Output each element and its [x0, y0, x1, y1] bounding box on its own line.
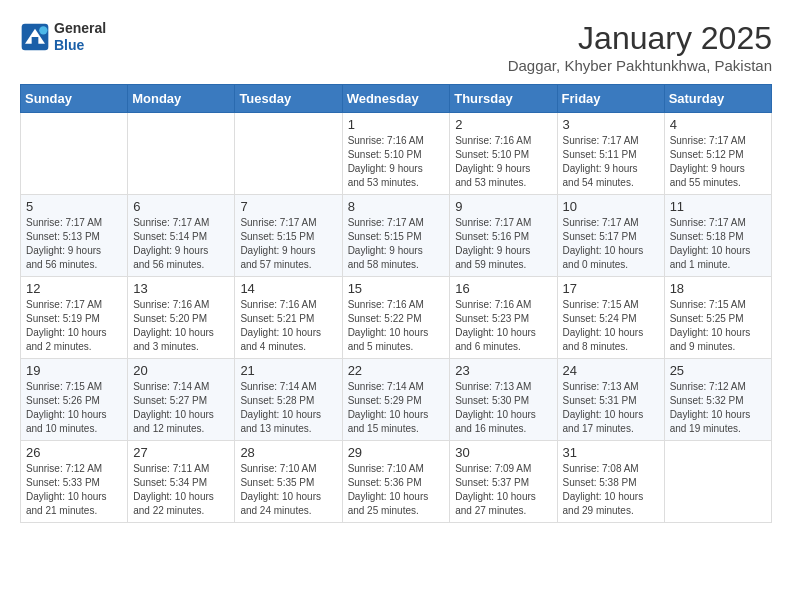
day-number: 10: [563, 199, 659, 214]
day-info: Sunrise: 7:08 AM Sunset: 5:38 PM Dayligh…: [563, 462, 659, 518]
day-info: Sunrise: 7:16 AM Sunset: 5:10 PM Dayligh…: [348, 134, 445, 190]
day-number: 19: [26, 363, 122, 378]
calendar-cell: 18Sunrise: 7:15 AM Sunset: 5:25 PM Dayli…: [664, 277, 771, 359]
title-block: January 2025 Daggar, Khyber Pakhtunkhwa,…: [508, 20, 772, 74]
logo-icon: [20, 22, 50, 52]
day-number: 8: [348, 199, 445, 214]
calendar-header-row: SundayMondayTuesdayWednesdayThursdayFrid…: [21, 85, 772, 113]
day-number: 22: [348, 363, 445, 378]
day-info: Sunrise: 7:17 AM Sunset: 5:19 PM Dayligh…: [26, 298, 122, 354]
day-number: 2: [455, 117, 551, 132]
day-number: 12: [26, 281, 122, 296]
logo-blue-text: Blue: [54, 37, 106, 54]
weekday-header-thursday: Thursday: [450, 85, 557, 113]
calendar-cell: 1Sunrise: 7:16 AM Sunset: 5:10 PM Daylig…: [342, 113, 450, 195]
calendar-cell: 22Sunrise: 7:14 AM Sunset: 5:29 PM Dayli…: [342, 359, 450, 441]
day-number: 29: [348, 445, 445, 460]
calendar-cell: 20Sunrise: 7:14 AM Sunset: 5:27 PM Dayli…: [128, 359, 235, 441]
page-header: General Blue January 2025 Daggar, Khyber…: [20, 20, 772, 74]
day-info: Sunrise: 7:12 AM Sunset: 5:33 PM Dayligh…: [26, 462, 122, 518]
day-info: Sunrise: 7:17 AM Sunset: 5:13 PM Dayligh…: [26, 216, 122, 272]
day-number: 17: [563, 281, 659, 296]
day-info: Sunrise: 7:09 AM Sunset: 5:37 PM Dayligh…: [455, 462, 551, 518]
calendar-cell: 4Sunrise: 7:17 AM Sunset: 5:12 PM Daylig…: [664, 113, 771, 195]
calendar-cell: [128, 113, 235, 195]
day-info: Sunrise: 7:14 AM Sunset: 5:29 PM Dayligh…: [348, 380, 445, 436]
calendar-week-5: 26Sunrise: 7:12 AM Sunset: 5:33 PM Dayli…: [21, 441, 772, 523]
day-number: 11: [670, 199, 766, 214]
calendar-cell: 19Sunrise: 7:15 AM Sunset: 5:26 PM Dayli…: [21, 359, 128, 441]
day-number: 13: [133, 281, 229, 296]
day-number: 14: [240, 281, 336, 296]
day-info: Sunrise: 7:16 AM Sunset: 5:23 PM Dayligh…: [455, 298, 551, 354]
day-info: Sunrise: 7:16 AM Sunset: 5:20 PM Dayligh…: [133, 298, 229, 354]
day-info: Sunrise: 7:12 AM Sunset: 5:32 PM Dayligh…: [670, 380, 766, 436]
calendar-cell: 25Sunrise: 7:12 AM Sunset: 5:32 PM Dayli…: [664, 359, 771, 441]
day-number: 24: [563, 363, 659, 378]
calendar-week-1: 1Sunrise: 7:16 AM Sunset: 5:10 PM Daylig…: [21, 113, 772, 195]
calendar-table: SundayMondayTuesdayWednesdayThursdayFrid…: [20, 84, 772, 523]
page-subtitle: Daggar, Khyber Pakhtunkhwa, Pakistan: [508, 57, 772, 74]
calendar-cell: 30Sunrise: 7:09 AM Sunset: 5:37 PM Dayli…: [450, 441, 557, 523]
day-info: Sunrise: 7:10 AM Sunset: 5:35 PM Dayligh…: [240, 462, 336, 518]
calendar-cell: 5Sunrise: 7:17 AM Sunset: 5:13 PM Daylig…: [21, 195, 128, 277]
calendar-cell: 21Sunrise: 7:14 AM Sunset: 5:28 PM Dayli…: [235, 359, 342, 441]
day-number: 27: [133, 445, 229, 460]
day-info: Sunrise: 7:15 AM Sunset: 5:25 PM Dayligh…: [670, 298, 766, 354]
calendar-cell: 8Sunrise: 7:17 AM Sunset: 5:15 PM Daylig…: [342, 195, 450, 277]
weekday-header-wednesday: Wednesday: [342, 85, 450, 113]
calendar-cell: 29Sunrise: 7:10 AM Sunset: 5:36 PM Dayli…: [342, 441, 450, 523]
day-number: 28: [240, 445, 336, 460]
calendar-cell: 9Sunrise: 7:17 AM Sunset: 5:16 PM Daylig…: [450, 195, 557, 277]
weekday-header-tuesday: Tuesday: [235, 85, 342, 113]
day-number: 30: [455, 445, 551, 460]
page-title: January 2025: [508, 20, 772, 57]
day-number: 15: [348, 281, 445, 296]
calendar-cell: 28Sunrise: 7:10 AM Sunset: 5:35 PM Dayli…: [235, 441, 342, 523]
day-number: 5: [26, 199, 122, 214]
day-info: Sunrise: 7:17 AM Sunset: 5:18 PM Dayligh…: [670, 216, 766, 272]
calendar-week-4: 19Sunrise: 7:15 AM Sunset: 5:26 PM Dayli…: [21, 359, 772, 441]
day-info: Sunrise: 7:16 AM Sunset: 5:22 PM Dayligh…: [348, 298, 445, 354]
calendar-cell: 14Sunrise: 7:16 AM Sunset: 5:21 PM Dayli…: [235, 277, 342, 359]
day-info: Sunrise: 7:17 AM Sunset: 5:17 PM Dayligh…: [563, 216, 659, 272]
calendar-cell: 7Sunrise: 7:17 AM Sunset: 5:15 PM Daylig…: [235, 195, 342, 277]
day-info: Sunrise: 7:17 AM Sunset: 5:14 PM Dayligh…: [133, 216, 229, 272]
day-number: 18: [670, 281, 766, 296]
day-number: 31: [563, 445, 659, 460]
svg-rect-2: [32, 37, 39, 45]
day-number: 16: [455, 281, 551, 296]
day-info: Sunrise: 7:16 AM Sunset: 5:10 PM Dayligh…: [455, 134, 551, 190]
day-info: Sunrise: 7:15 AM Sunset: 5:24 PM Dayligh…: [563, 298, 659, 354]
day-info: Sunrise: 7:17 AM Sunset: 5:15 PM Dayligh…: [348, 216, 445, 272]
day-info: Sunrise: 7:17 AM Sunset: 5:16 PM Dayligh…: [455, 216, 551, 272]
calendar-cell: 17Sunrise: 7:15 AM Sunset: 5:24 PM Dayli…: [557, 277, 664, 359]
weekday-header-sunday: Sunday: [21, 85, 128, 113]
day-number: 26: [26, 445, 122, 460]
day-info: Sunrise: 7:11 AM Sunset: 5:34 PM Dayligh…: [133, 462, 229, 518]
calendar-cell: 10Sunrise: 7:17 AM Sunset: 5:17 PM Dayli…: [557, 195, 664, 277]
day-number: 9: [455, 199, 551, 214]
day-info: Sunrise: 7:14 AM Sunset: 5:28 PM Dayligh…: [240, 380, 336, 436]
day-info: Sunrise: 7:14 AM Sunset: 5:27 PM Dayligh…: [133, 380, 229, 436]
calendar-cell: [21, 113, 128, 195]
weekday-header-saturday: Saturday: [664, 85, 771, 113]
day-info: Sunrise: 7:15 AM Sunset: 5:26 PM Dayligh…: [26, 380, 122, 436]
day-info: Sunrise: 7:17 AM Sunset: 5:12 PM Dayligh…: [670, 134, 766, 190]
day-info: Sunrise: 7:16 AM Sunset: 5:21 PM Dayligh…: [240, 298, 336, 354]
logo: General Blue: [20, 20, 106, 54]
day-info: Sunrise: 7:13 AM Sunset: 5:31 PM Dayligh…: [563, 380, 659, 436]
day-number: 25: [670, 363, 766, 378]
svg-point-3: [39, 26, 47, 34]
calendar-cell: 2Sunrise: 7:16 AM Sunset: 5:10 PM Daylig…: [450, 113, 557, 195]
day-info: Sunrise: 7:10 AM Sunset: 5:36 PM Dayligh…: [348, 462, 445, 518]
calendar-cell: 15Sunrise: 7:16 AM Sunset: 5:22 PM Dayli…: [342, 277, 450, 359]
calendar-cell: [235, 113, 342, 195]
calendar-cell: 6Sunrise: 7:17 AM Sunset: 5:14 PM Daylig…: [128, 195, 235, 277]
day-info: Sunrise: 7:17 AM Sunset: 5:15 PM Dayligh…: [240, 216, 336, 272]
day-number: 23: [455, 363, 551, 378]
weekday-header-monday: Monday: [128, 85, 235, 113]
calendar-cell: 12Sunrise: 7:17 AM Sunset: 5:19 PM Dayli…: [21, 277, 128, 359]
logo-general-text: General: [54, 20, 106, 37]
calendar-cell: 23Sunrise: 7:13 AM Sunset: 5:30 PM Dayli…: [450, 359, 557, 441]
